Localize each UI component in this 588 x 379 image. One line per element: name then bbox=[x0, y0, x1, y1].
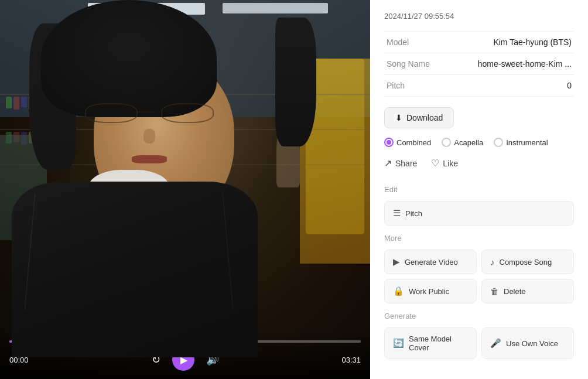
action-row: ↗ Share ♡ Like bbox=[384, 158, 574, 171]
radio-combined[interactable]: Combined bbox=[384, 138, 431, 147]
media-photo bbox=[0, 0, 370, 379]
mouth bbox=[132, 155, 167, 163]
same-model-cover-button[interactable]: 🔄 Same Model Cover bbox=[384, 327, 477, 359]
music-icon: ♪ bbox=[490, 257, 495, 267]
generate-options: 🔄 Same Model Cover 🎤 Use Own Voice bbox=[384, 327, 574, 359]
trash-icon: 🗑 bbox=[490, 286, 499, 296]
use-own-voice-label: Use Own Voice bbox=[506, 339, 558, 348]
like-icon: ♡ bbox=[431, 158, 439, 169]
download-icon: ⬇ bbox=[395, 113, 402, 122]
same-model-label: Same Model Cover bbox=[409, 334, 468, 352]
song-value: home-sweet-home-Kim ... bbox=[443, 53, 574, 75]
radio-label-combined: Combined bbox=[396, 138, 431, 147]
edit-section-label: Edit bbox=[384, 185, 574, 194]
radio-label-acapella: Acapella bbox=[454, 138, 483, 147]
delete-label: Delete bbox=[504, 287, 526, 296]
share-icon: ↗ bbox=[384, 158, 392, 169]
work-public-label: Work Public bbox=[409, 287, 449, 296]
more-section-label: More bbox=[384, 234, 574, 243]
like-label: Like bbox=[443, 159, 458, 168]
video-icon: ▶ bbox=[393, 257, 400, 267]
person-figure bbox=[29, 0, 322, 379]
download-button[interactable]: ⬇ Download bbox=[384, 107, 454, 128]
glasses bbox=[85, 98, 220, 129]
media-player: 00:00 ↻ ▶ 🔊 03:31 bbox=[0, 0, 370, 379]
pitch-label: Pitch bbox=[405, 209, 422, 218]
pitch-label: Pitch bbox=[384, 75, 443, 97]
share-button[interactable]: ↗ Share bbox=[384, 158, 417, 169]
more-options: ▶ Generate Video ♪ Compose Song 🔒 Work P… bbox=[384, 250, 574, 303]
pitch-row: Pitch 0 bbox=[384, 75, 574, 97]
model-label: Model bbox=[384, 32, 443, 53]
model-value: Kim Tae-hyung (BTS) bbox=[443, 32, 574, 53]
use-own-voice-button[interactable]: 🎤 Use Own Voice bbox=[481, 327, 574, 359]
nose bbox=[143, 129, 155, 144]
mic-icon: 🎤 bbox=[490, 338, 501, 349]
radio-circle-combined bbox=[384, 138, 394, 147]
compose-song-label: Compose Song bbox=[500, 258, 552, 267]
song-row: Song Name home-sweet-home-Kim ... bbox=[384, 53, 574, 75]
radio-acapella[interactable]: Acapella bbox=[442, 138, 483, 147]
generate-video-button[interactable]: ▶ Generate Video bbox=[384, 250, 477, 274]
detail-panel: 2024/11/27 09:55:54 Model Kim Tae-hyung … bbox=[370, 0, 588, 379]
model-row: Model Kim Tae-hyung (BTS) bbox=[384, 32, 574, 53]
pitch-button[interactable]: ☰ Pitch bbox=[384, 201, 574, 226]
lock-icon: 🔒 bbox=[393, 286, 404, 296]
compose-song-button[interactable]: ♪ Compose Song bbox=[481, 250, 574, 274]
model-cover-icon: 🔄 bbox=[393, 338, 404, 349]
pitch-value: 0 bbox=[443, 75, 574, 97]
delete-button[interactable]: 🗑 Delete bbox=[481, 279, 574, 303]
time-total: 03:31 bbox=[341, 356, 361, 364]
timestamp: 2024/11/27 09:55:54 bbox=[384, 12, 574, 21]
radio-label-instrumental: Instrumental bbox=[506, 138, 548, 147]
hair-right bbox=[275, 18, 316, 146]
edit-options: ☰ Pitch bbox=[384, 201, 574, 226]
audio-type-selector: Combined Acapella Instrumental bbox=[384, 138, 574, 147]
work-public-button[interactable]: 🔒 Work Public bbox=[384, 279, 477, 303]
jacket bbox=[12, 182, 258, 357]
radio-instrumental[interactable]: Instrumental bbox=[494, 138, 548, 147]
like-button[interactable]: ♡ Like bbox=[431, 158, 458, 169]
pitch-icon: ☰ bbox=[393, 208, 401, 218]
share-label: Share bbox=[395, 159, 417, 168]
generate-video-label: Generate Video bbox=[405, 258, 458, 267]
download-label: Download bbox=[406, 113, 443, 122]
song-label: Song Name bbox=[384, 53, 443, 75]
radio-circle-acapella bbox=[442, 138, 451, 147]
generate-section-label: Generate bbox=[384, 312, 574, 320]
radio-circle-instrumental bbox=[494, 138, 503, 147]
info-table: Model Kim Tae-hyung (BTS) Song Name home… bbox=[384, 31, 574, 97]
